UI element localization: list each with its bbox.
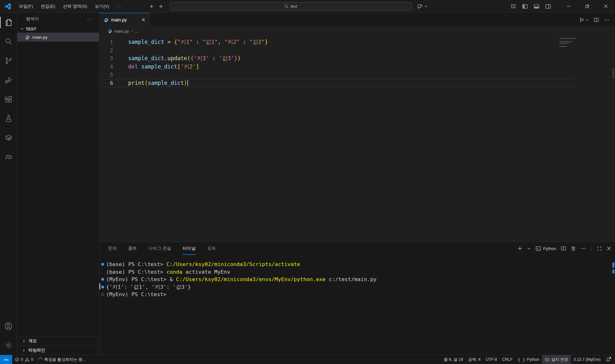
menu-overflow[interactable]: ··· — [114, 3, 124, 10]
code-editor[interactable]: 1sample_dict = {"키1" : "값1", "키2" : "값2"… — [99, 35, 615, 242]
file-item-mainpy[interactable]: main.py — [17, 33, 99, 42]
breadcrumb-file[interactable]: main.py — [114, 29, 129, 34]
customize-layout-icon[interactable] — [511, 4, 516, 9]
command-decoration-hollow[interactable] — [101, 293, 104, 296]
sidebar-more-actions[interactable]: ··· — [85, 16, 95, 22]
editor-actions — [579, 13, 615, 27]
code-line[interactable]: 6print(sample_dict) — [99, 79, 575, 87]
code-token: sample_dict — [128, 55, 164, 61]
split-editor-icon[interactable] — [594, 17, 599, 22]
activity-explorer[interactable] — [0, 13, 17, 32]
tab-mainpy[interactable]: main.py ✕ — [99, 13, 150, 27]
activity-source-control[interactable] — [0, 51, 17, 70]
code-token: : — [193, 39, 202, 45]
menu-file[interactable]: 파일(F) — [16, 2, 36, 11]
menu-selection[interactable]: 선택 영역(S) — [60, 2, 90, 11]
code-line-content: sample_dict.update({'키3' : '값3'}) — [113, 54, 241, 63]
activity-run-debug[interactable] — [0, 70, 17, 90]
code-line[interactable]: 4del sample_dict['키2'] — [99, 63, 575, 71]
activity-remote-extension[interactable] — [0, 147, 17, 166]
forward-arrow-icon[interactable] — [159, 4, 164, 9]
language-mode-status[interactable]: { } Python — [515, 355, 542, 364]
split-terminal-icon[interactable] — [561, 246, 566, 251]
panel-tabs: 문제출력디버그 콘솔터미널포트 — [108, 242, 216, 255]
panel-tab-0[interactable]: 문제 — [108, 242, 117, 255]
indentation-status[interactable]: 공백: 4 — [465, 355, 483, 364]
code-token: update — [168, 55, 187, 61]
panel-tab-4[interactable]: 포트 — [207, 242, 216, 255]
tree-root-test[interactable]: TEST — [17, 25, 99, 33]
toggle-primary-sidebar-icon[interactable] — [522, 4, 528, 9]
command-decoration-filled[interactable] — [101, 286, 104, 288]
encoding-status[interactable]: UTF-8 — [483, 355, 499, 364]
breadcrumb-tail[interactable]: ... — [135, 29, 138, 34]
terminal-profile-chevron-icon[interactable] — [527, 247, 531, 250]
code-token: ( — [187, 55, 190, 61]
terminal-segment: C:/Users/ksy02/miniconda3/Scripts/activa… — [167, 261, 300, 267]
problems-status[interactable]: 0 0 — [12, 355, 36, 364]
command-decoration-filled[interactable] — [101, 263, 104, 266]
notification-dot — [610, 357, 611, 359]
panel-more-actions-icon[interactable] — [581, 246, 586, 251]
panel-tab-2[interactable]: 디버그 콘솔 — [148, 242, 171, 255]
cursor-position-status[interactable]: 줄 6, 열 19 — [441, 355, 466, 364]
section-outline[interactable]: 개요 — [17, 336, 99, 345]
remote-indicator[interactable]: >< — [0, 355, 12, 364]
kill-terminal-icon[interactable] — [571, 246, 576, 251]
breadcrumb[interactable]: main.py › ... — [99, 27, 615, 35]
debug-icon — [4, 76, 13, 84]
tab-close-icon[interactable]: ✕ — [140, 17, 146, 23]
copilot-install-status[interactable]: 설치 완료 — [542, 355, 571, 364]
code-line[interactable]: 5 — [99, 71, 575, 79]
activity-testing[interactable] — [0, 109, 17, 128]
more-actions-icon[interactable] — [604, 17, 609, 22]
container-box-icon — [4, 133, 13, 142]
terminal-text: {'키1': '값1', '키3': '값3'} — [106, 283, 191, 291]
minimap[interactable] — [558, 37, 578, 48]
menu-view[interactable]: 보기(V) — [92, 2, 112, 11]
activity-accounts[interactable] — [0, 316, 17, 336]
language-label: Python — [527, 357, 539, 362]
panel-tab-3[interactable]: 터미널 — [183, 242, 196, 255]
code-token: '값3' — [219, 55, 234, 61]
chevron-down-icon[interactable] — [586, 18, 589, 21]
command-decoration-filled[interactable] — [101, 278, 104, 281]
terminal-shell-label: Python — [543, 246, 556, 251]
minimap-line — [559, 38, 575, 39]
robot-face-icon — [4, 153, 13, 161]
code-line[interactable]: 3sample_dict.update({'키3' : '값3'}) — [99, 54, 575, 63]
line-number: 4 — [99, 63, 113, 71]
activity-settings[interactable] — [0, 336, 17, 355]
run-python-file[interactable] — [579, 17, 589, 22]
activity-extensions[interactable] — [0, 90, 17, 109]
command-center-search[interactable]: test — [169, 2, 412, 11]
terminal-text: (MyEnv) PS C:\test> & C:/Users/ksy02/min… — [106, 276, 376, 283]
new-terminal-icon[interactable] — [517, 246, 522, 251]
copilot-robot-icon — [545, 357, 550, 362]
code-line[interactable]: 1sample_dict = {"키1" : "값1", "키2" : "값2"… — [99, 38, 575, 46]
activating-extensions-status[interactable]: 확장을 활성화하는 중... — [36, 355, 88, 364]
terminal-instance[interactable]: Python — [536, 246, 556, 251]
back-arrow-icon[interactable] — [149, 4, 154, 9]
eol-status[interactable]: CRLF — [500, 355, 515, 364]
notifications-bell[interactable] — [603, 355, 613, 364]
eol-label: CRLF — [502, 357, 513, 362]
text-cursor — [187, 80, 188, 86]
restore-button[interactable] — [578, 0, 596, 13]
terminal-content[interactable]: (base) PS C:\test> C:/Users/ksy02/minico… — [99, 255, 615, 355]
panel-tab-1[interactable]: 출력 — [128, 242, 137, 255]
close-panel-icon[interactable] — [607, 246, 611, 251]
minimize-button[interactable] — [559, 0, 578, 13]
python-interpreter-status[interactable]: 3.13.7 (MyEnv) — [571, 355, 603, 364]
maximize-panel-icon[interactable] — [597, 246, 602, 251]
copilot-menu[interactable] — [417, 3, 428, 9]
code-line[interactable]: 2 — [99, 46, 575, 55]
menu-edit[interactable]: 편집(E) — [37, 2, 58, 11]
close-window-button[interactable] — [596, 0, 615, 13]
activity-search[interactable] — [0, 32, 17, 51]
activity-containers[interactable] — [0, 128, 17, 147]
section-timeline[interactable]: 타임라인 — [17, 345, 99, 355]
toggle-panel-icon[interactable] — [534, 4, 539, 9]
interpreter-label: 3.13.7 (MyEnv) — [573, 357, 601, 362]
toggle-secondary-sidebar-icon[interactable] — [545, 4, 551, 9]
